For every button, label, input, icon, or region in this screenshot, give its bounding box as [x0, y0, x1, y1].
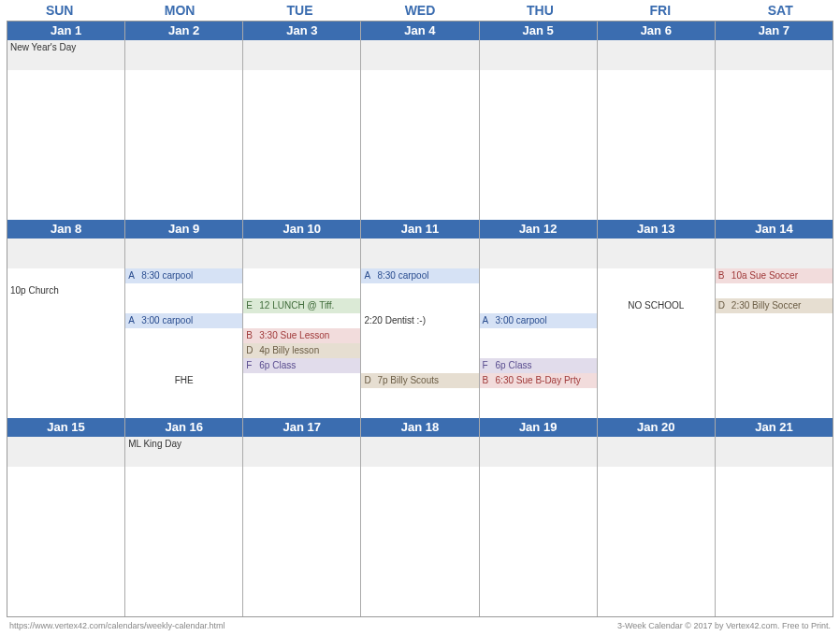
event-slot[interactable]: NO SCHOOL	[598, 298, 715, 313]
day-cell[interactable]: Jan 15	[7, 418, 125, 616]
empty-slot	[361, 497, 478, 512]
event-slot[interactable]: 10p Church	[7, 283, 124, 298]
day-cell[interactable]: Jan 9A8:30 carpoolA3:00 carpoolFHE	[125, 220, 243, 418]
empty-slot	[7, 160, 124, 175]
event-text: 6p Class	[496, 359, 532, 372]
dow-fri: FRI	[601, 0, 720, 21]
empty-slot	[361, 512, 478, 527]
day-cell[interactable]: Jan 4	[361, 22, 479, 220]
empty-slot	[7, 586, 124, 601]
day-cell[interactable]: Jan 19	[480, 418, 598, 616]
empty-slot	[716, 85, 833, 100]
day-cell[interactable]: Jan 2	[125, 22, 243, 220]
date-header: Jan 5	[480, 22, 597, 40]
day-body: E12 LUNCH @ Tiff.B3:30 Sue LessonD4p Bil…	[243, 268, 360, 418]
event-slot[interactable]: F6p Class	[243, 358, 360, 373]
empty-slot	[361, 571, 478, 586]
empty-slot	[598, 467, 715, 482]
day-cell[interactable]: Jan 21	[716, 418, 833, 616]
empty-slot	[598, 512, 715, 527]
empty-slot	[243, 175, 360, 190]
event-slot[interactable]: E12 LUNCH @ Tiff.	[243, 298, 360, 313]
empty-slot	[243, 130, 360, 145]
holiday-label	[7, 238, 124, 253]
empty-slot	[125, 388, 242, 403]
holiday-label	[716, 238, 833, 253]
event-slot[interactable]: F6p Class	[480, 358, 597, 373]
empty-slot	[7, 601, 124, 616]
empty-slot	[598, 160, 715, 175]
empty-slot	[480, 190, 597, 205]
day-cell[interactable]: Jan 7	[716, 22, 833, 220]
empty-slot	[7, 527, 124, 542]
day-cell[interactable]: Jan 16ML King Day	[125, 418, 243, 616]
empty-slot	[480, 85, 597, 100]
empty-slot	[716, 205, 833, 220]
event-slot[interactable]: B10a Sue Soccer	[716, 268, 833, 283]
empty-slot	[480, 467, 597, 482]
empty-slot	[243, 467, 360, 482]
empty-slot	[361, 343, 478, 358]
event-slot[interactable]: D7p Billy Scouts	[361, 373, 478, 388]
empty-slot	[598, 328, 715, 343]
event-text: 8:30 carpool	[141, 269, 193, 282]
day-cell[interactable]: Jan 3	[243, 22, 361, 220]
empty-slot	[480, 115, 597, 130]
event-slot[interactable]: 2:20 Dentist :-)	[361, 313, 478, 328]
event-text: FHE	[175, 374, 194, 387]
event-text: 3:30 Sue Lesson	[259, 329, 329, 342]
spacer-band	[361, 452, 478, 467]
day-cell[interactable]: Jan 5	[480, 22, 598, 220]
empty-slot	[598, 100, 715, 115]
holiday-label	[243, 40, 360, 55]
empty-slot	[361, 115, 478, 130]
empty-slot	[480, 601, 597, 616]
day-cell[interactable]: Jan 13NO SCHOOL	[598, 220, 716, 418]
empty-slot	[125, 190, 242, 205]
empty-slot	[480, 268, 597, 283]
empty-slot	[243, 115, 360, 130]
date-header: Jan 11	[361, 220, 478, 238]
day-cell[interactable]: Jan 17	[243, 418, 361, 616]
event-text: NO SCHOOL	[628, 299, 684, 312]
event-slot[interactable]: B3:30 Sue Lesson	[243, 328, 360, 343]
day-cell[interactable]: Jan 14B10a Sue SoccerD2:30 Billy Soccer	[716, 220, 833, 418]
day-cell[interactable]: Jan 10E12 LUNCH @ Tiff.B3:30 Sue LessonD…	[243, 220, 361, 418]
empty-slot	[125, 482, 242, 497]
week-row: Jan 15Jan 16ML King DayJan 17Jan 18Jan 1…	[7, 418, 833, 616]
dow-mon: MON	[120, 0, 239, 21]
day-cell[interactable]: Jan 810p Church	[7, 220, 125, 418]
event-slot[interactable]: D4p Billy lesson	[243, 343, 360, 358]
event-slot[interactable]: B6:30 Sue B-Day Prty	[480, 373, 597, 388]
day-body: A8:30 carpool2:20 Dentist :-)D7p Billy S…	[361, 268, 478, 418]
event-text: 8:30 carpool	[377, 269, 428, 282]
day-cell[interactable]: Jan 18	[361, 418, 479, 616]
holiday-label	[598, 437, 715, 452]
empty-slot	[480, 145, 597, 160]
event-text: 6p Class	[259, 359, 296, 372]
day-cell[interactable]: Jan 1New Year's Day	[7, 22, 125, 220]
day-cell[interactable]: Jan 12A3:00 carpoolF6p ClassB6:30 Sue B-…	[480, 220, 598, 418]
event-slot[interactable]: FHE	[125, 373, 242, 388]
spacer-band	[125, 452, 242, 467]
day-cell[interactable]: Jan 20	[598, 418, 716, 616]
event-slot[interactable]: A3:00 carpool	[125, 313, 242, 328]
day-cell[interactable]: Jan 11A8:30 carpool2:20 Dentist :-)D7p B…	[361, 220, 479, 418]
event-slot[interactable]: A8:30 carpool	[361, 268, 478, 283]
day-cell[interactable]: Jan 6	[598, 22, 716, 220]
week-row: Jan 1New Year's DayJan 2Jan 3Jan 4Jan 5J…	[7, 22, 833, 220]
spacer-band	[598, 452, 715, 467]
empty-slot	[7, 556, 124, 571]
empty-slot	[243, 482, 360, 497]
holiday-label	[243, 437, 360, 452]
empty-slot	[598, 343, 715, 358]
event-slot[interactable]: A8:30 carpool	[125, 268, 242, 283]
event-slot[interactable]: D2:30 Billy Soccer	[716, 298, 833, 313]
event-slot[interactable]: A3:00 carpool	[480, 313, 597, 328]
event-text: 7p Billy Scouts	[377, 374, 439, 387]
empty-slot	[716, 130, 833, 145]
empty-slot	[125, 542, 242, 556]
empty-slot	[716, 571, 833, 586]
empty-slot	[361, 482, 478, 497]
empty-slot	[243, 85, 360, 100]
